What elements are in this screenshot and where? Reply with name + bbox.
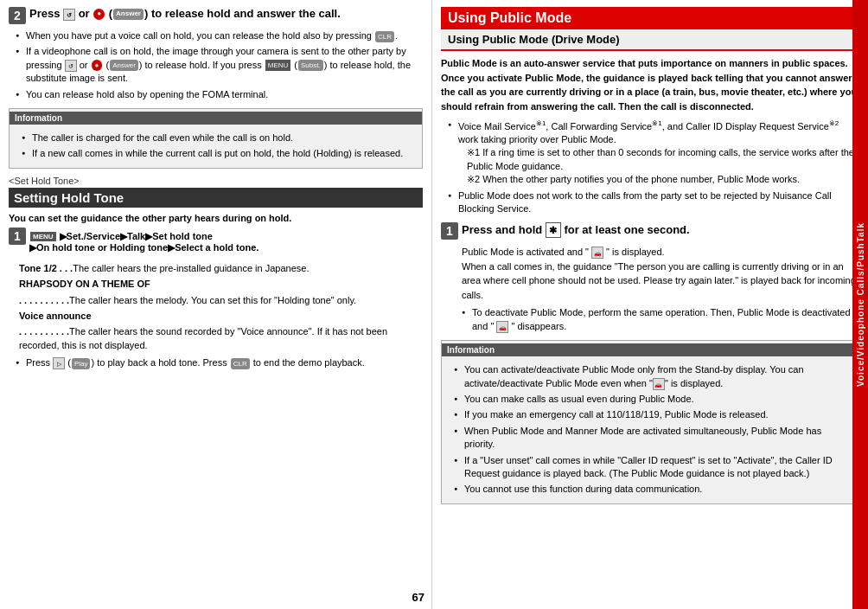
step2-number: 2 [9,7,26,24]
public-mode-icon3: 🚗 [653,378,665,390]
sidebar-label: Voice/Videophone Calls/PushTalk [856,222,865,387]
clr-icon: CLR [375,31,394,42]
step2-bullet2: If a videophone call is on hold, the ima… [16,45,423,85]
rotate-icon: ↺ [63,9,75,21]
info2-bullet4: When Public Mode and Manner Mode are act… [454,425,853,452]
answer-icon: ● [93,9,105,19]
right-bullet1: Voice Mail Service※1, Call Forwarding Se… [448,119,859,187]
info2-bullet1: You can activate/deactivate Public Mode … [454,363,853,390]
info2-bullet2: You can make calls as usual even during … [454,393,853,406]
drive-mode-header: Using Public Mode (Drive Mode) [441,29,859,51]
answer-btn2: Answer [110,60,138,71]
press-note: Press ▷ (Play) to play back a hold tone.… [16,356,423,369]
info-box-2-header: Information [442,343,858,356]
asterisk-key-icon: ✱ [546,222,561,238]
intro-bold: Public Mode is an auto-answer service th… [441,56,859,113]
clr-icon2: CLR [231,358,250,369]
public-step1-desc: Public Mode is activated and " 🚗 " is di… [462,245,859,302]
right-column: Using Public Mode Using Public Mode (Dri… [432,0,868,609]
answer-icon2: ● [92,60,103,71]
public-deactivate: To deactivate Public Mode, perform the s… [462,306,859,333]
info1-bullet1: The caller is charged for the call even … [22,131,417,144]
hold-tone-intro: You can set the guidance the other party… [9,213,423,223]
info1-bullets: The caller is charged for the call even … [22,131,417,161]
public-step1-number: 1 [441,222,458,240]
info2-bullet3: If you make an emergency call at 110/118… [454,408,853,421]
info-box-1-header: Information [10,112,422,125]
subst-icon: Subst. [298,60,323,71]
public-mode-header: Using Public Mode [441,7,859,29]
sidebar-tab: Voice/Videophone Calls/PushTalk [852,0,868,609]
step2-bullet3: You can release hold also by opening the… [16,88,423,101]
step2-bullet1: When you have put a voice call on hold, … [16,29,423,42]
rotate-icon2: ↺ [65,60,77,72]
info-box-2: Information You can activate/deactivate … [441,340,859,504]
answer-btn-icon: Answer [113,9,144,19]
page-number: 67 [412,591,424,604]
info2-bullet6: You cannot use this function during data… [454,483,853,496]
tone4: Voice announce [19,310,423,323]
tone3: . . . . . . . . . .The caller hears the … [19,294,423,307]
public-step1-header: 1 Press and hold ✱ for at least one seco… [441,222,859,240]
step1-menu: MENU ▶Set./Service▶Talk▶Set hold tone ▶O… [29,231,258,253]
step1-number: 1 [9,228,26,245]
tone5: . . . . . . . . . .The caller hears the … [19,325,423,352]
right-bullets1: Voice Mail Service※1, Call Forwarding Se… [448,119,859,215]
tone1: Tone 1/2 . . .The caller hears the pre-i… [19,262,423,275]
step1-header: 1 MENU ▶Set./Service▶Talk▶Set hold tone … [9,228,423,257]
public-deactivate-list: To deactivate Public Mode, perform the s… [462,306,859,333]
section-angle-label: <Set Hold Tone> [9,176,423,186]
public-mode-icon2: 🚗 [496,321,508,333]
menu-icon: MENU [265,60,291,71]
info2-bullet5: If a "User unset" call comes in while "C… [454,454,853,481]
tone2: RHAPSODY ON A THEME OF [19,278,423,291]
public-mode-icon: 🚗 [591,247,603,259]
step2-bullets: When you have put a voice call on hold, … [16,29,423,101]
step2-header: 2 Press ↺ or ● (Answer) to release hold … [9,7,423,24]
hold-tone-heading: Setting Hold Tone [9,188,423,208]
left-column: 2 Press ↺ or ● (Answer) to release hold … [0,0,432,609]
public-step1-heading: Press and hold ✱ for at least one second… [462,222,690,238]
info1-bullet2: If a new call comes in while the current… [22,147,417,160]
play-btn: Play [72,358,91,369]
play-icon: ▷ [53,357,65,369]
menu-icon2: MENU [30,232,56,241]
step2-heading: Press ↺ or ● (Answer) to release hold an… [29,7,341,22]
right-bullet2: Public Mode does not work to the calls f… [448,189,859,216]
press-note-list: Press ▷ (Play) to play back a hold tone.… [16,356,423,369]
info-box-1: Information The caller is charged for th… [9,108,423,169]
info2-bullets: You can activate/deactivate Public Mode … [454,363,853,497]
